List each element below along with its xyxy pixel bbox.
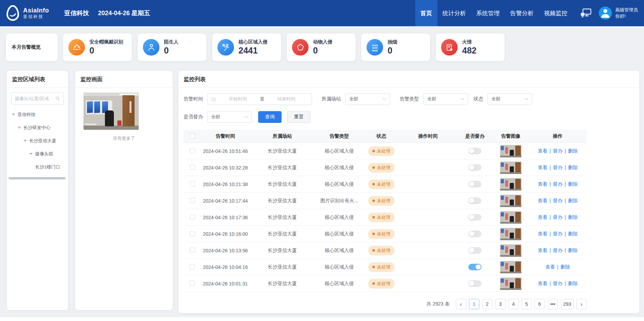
page-button-2[interactable]: 2	[482, 299, 492, 309]
stat-value: 0	[313, 46, 332, 56]
supervise-toggle[interactable]	[468, 197, 481, 204]
action-view-link[interactable]: 查看	[538, 148, 547, 154]
page-button-6[interactable]: 6	[535, 299, 545, 309]
nav-item-video-monitor[interactable]: 视频监控	[539, 0, 573, 26]
row-checkbox[interactable]	[190, 148, 195, 153]
row-checkbox[interactable]	[190, 214, 195, 220]
action-supervise-link[interactable]: 督办	[547, 281, 563, 286]
search-icon[interactable]	[55, 96, 60, 101]
nav-item-home[interactable]: 首页	[415, 0, 437, 26]
more-pages-button[interactable]: •••	[548, 299, 558, 309]
supervise-toggle[interactable]	[468, 280, 481, 287]
action-view-link[interactable]: 查看	[538, 281, 547, 286]
date-range-picker[interactable]: 开始时间 至 结束时间	[207, 93, 312, 105]
action-view-link[interactable]: 查看	[538, 181, 547, 187]
thumb-art-person	[505, 164, 508, 170]
action-supervise-link[interactable]: 督办	[547, 231, 563, 236]
action-delete-link[interactable]: 删除	[563, 148, 578, 154]
next-page-button[interactable]: ›	[576, 299, 587, 309]
status-filter-label: 状态	[474, 96, 483, 102]
action-view-link[interactable]: 查看	[538, 231, 547, 236]
action-view-link[interactable]: 查看	[538, 214, 547, 220]
horizontal-scrollbar[interactable]	[9, 177, 66, 179]
select-all-checkbox[interactable]	[190, 133, 195, 138]
query-button[interactable]: 查询	[258, 111, 282, 123]
alarm-image-thumbnail[interactable]	[500, 145, 521, 157]
nav-item-system[interactable]: 系统管理	[471, 0, 505, 26]
action-delete-link[interactable]: 删除	[563, 165, 578, 170]
tree-node[interactable]: 摄像头组	[12, 147, 68, 160]
status-dot-icon	[372, 183, 375, 185]
action-delete-link[interactable]: 删除	[563, 231, 578, 236]
action-delete-link[interactable]: 删除	[563, 198, 578, 203]
station-select[interactable]: 全部	[345, 93, 390, 105]
action-delete-link[interactable]: 删除	[563, 247, 578, 253]
page-button-3[interactable]: 3	[495, 299, 506, 309]
row-checkbox[interactable]	[190, 231, 195, 236]
intrusion-icon	[217, 39, 234, 56]
stat-value: 482	[462, 46, 477, 56]
tree-node[interactable]: 长沙研发中心	[12, 121, 68, 134]
thumb-art-chair	[510, 282, 514, 288]
nav-item-alarm-analysis[interactable]: 告警分析	[505, 0, 539, 26]
row-checkbox[interactable]	[190, 165, 195, 170]
thumb-art-person	[505, 213, 508, 220]
tree-node[interactable]: 长沙亚信大厦	[12, 134, 68, 147]
action-view-link[interactable]: 查看	[538, 165, 547, 170]
action-delete-link[interactable]: 删除	[563, 281, 578, 286]
alarm-image-thumbnail[interactable]	[500, 162, 521, 174]
row-checkbox[interactable]	[190, 181, 195, 186]
alarm-image-thumbnail[interactable]	[500, 278, 521, 290]
action-delete-link[interactable]: 删除	[555, 264, 570, 270]
action-view-link[interactable]: 查看	[538, 247, 547, 253]
action-supervise-link[interactable]: 督办	[547, 214, 563, 220]
nav-item-statistics[interactable]: 统计分析	[437, 0, 471, 26]
action-supervise-link[interactable]: 督办	[547, 148, 563, 154]
supervise-toggle[interactable]	[468, 148, 481, 154]
alarm-image-thumbnail[interactable]	[500, 195, 521, 207]
alarm-type-select[interactable]: 全部	[423, 93, 468, 105]
supervise-toggle[interactable]	[468, 231, 481, 237]
action-view-link[interactable]: 查看	[545, 264, 555, 270]
action-delete-link[interactable]: 删除	[563, 181, 578, 187]
supervise-toggle[interactable]	[468, 264, 481, 270]
supervise-toggle[interactable]	[468, 247, 481, 254]
row-checkbox[interactable]	[190, 247, 195, 253]
action-supervise-link[interactable]: 督办	[547, 198, 563, 203]
tree-node[interactable]: 亚信科技	[12, 108, 68, 121]
supervise-select[interactable]: 全部	[207, 111, 252, 123]
page-button-1[interactable]: 1	[469, 299, 479, 309]
region-tree: 亚信科技长沙研发中心长沙亚信大厦摄像头组长沙1楼门口	[7, 106, 68, 174]
stat-card-smoking: AAA AAA AAA 抽烟 0	[361, 33, 430, 61]
row-checkbox[interactable]	[190, 264, 195, 269]
screen-monitor-icon[interactable]	[580, 8, 592, 18]
camera-search-input[interactable]	[15, 96, 53, 101]
row-checkbox[interactable]	[190, 281, 195, 286]
thumb-art-door	[515, 228, 521, 239]
action-delete-link[interactable]: 删除	[563, 214, 578, 220]
camera-snapshot[interactable]	[84, 93, 139, 130]
user-avatar-icon[interactable]	[599, 7, 612, 20]
action-supervise-link[interactable]: 督办	[547, 181, 563, 187]
page-button-293[interactable]: 293	[561, 299, 574, 309]
action-supervise-link[interactable]: 督办	[547, 165, 563, 170]
tree-node[interactable]: 长沙1楼门口	[12, 160, 68, 174]
prev-page-button[interactable]: ‹	[456, 299, 466, 309]
action-view-link[interactable]: 查看	[538, 198, 547, 203]
page-button-4[interactable]: 4	[508, 299, 519, 309]
thumb-art-poster	[501, 212, 504, 216]
station-cell: 长沙亚信大厦	[250, 264, 315, 270]
alarm-image-thumbnail[interactable]	[500, 244, 521, 257]
supervise-toggle[interactable]	[468, 214, 481, 221]
alarm-image-thumbnail[interactable]	[500, 228, 521, 240]
alarm-image-thumbnail[interactable]	[500, 178, 521, 191]
reset-button[interactable]: 重置	[287, 111, 311, 123]
action-supervise-link[interactable]: 督办	[547, 247, 563, 253]
page-button-5[interactable]: 5	[521, 299, 532, 309]
supervise-toggle[interactable]	[468, 181, 481, 187]
supervise-toggle[interactable]	[468, 164, 481, 171]
row-checkbox[interactable]	[190, 198, 195, 203]
alarm-image-thumbnail[interactable]	[500, 261, 521, 273]
alarm-image-thumbnail[interactable]	[500, 211, 521, 224]
status-select[interactable]: 全部	[487, 93, 532, 105]
